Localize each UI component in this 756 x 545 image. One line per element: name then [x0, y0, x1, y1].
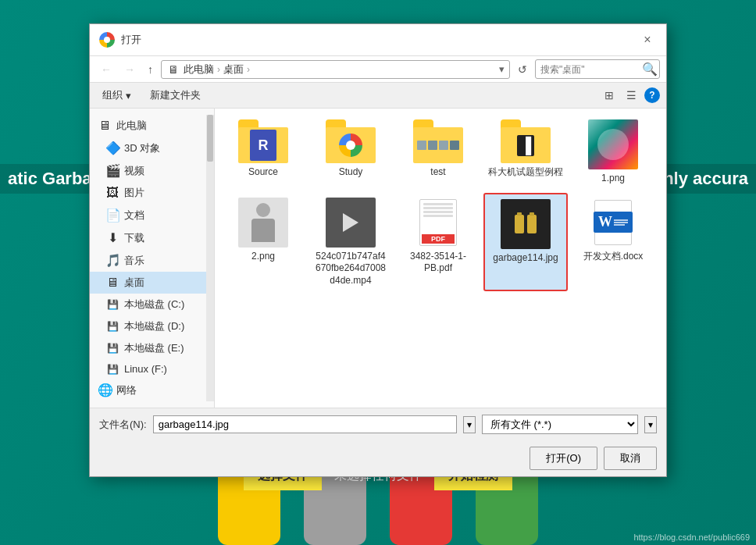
sidebar-label-music: 音乐 — [124, 254, 144, 268]
sidebar-item-3d[interactable]: 🔷 3D 对象 — [90, 137, 206, 159]
documents-icon: 📄 — [105, 208, 119, 223]
details-view-button[interactable]: ☰ — [622, 87, 641, 104]
sidebar-label-downloads: 下载 — [124, 231, 144, 245]
file-item-mp4[interactable]: 524c071b747af4670fbe264d7008d4de.mp4 — [308, 193, 393, 292]
file-item-source[interactable]: R Source — [221, 115, 305, 190]
sidebar-item-linux[interactable]: 💾 Linux (F:) — [90, 359, 206, 379]
dialog-title-left: 打开 — [99, 32, 141, 48]
video-icon: 🎬 — [105, 163, 119, 178]
filename-input[interactable] — [153, 415, 457, 433]
music-icon: 🎵 — [105, 253, 119, 268]
d-drive-icon: 💾 — [105, 321, 119, 332]
dialog-nav-toolbar: ← → ↑ 🖥 此电脑 › 桌面 › ▾ ↺ 🔍 — [90, 56, 666, 83]
breadcrumb-dropdown[interactable]: ▾ — [499, 63, 505, 75]
desktop-icon: 🖥 — [105, 276, 119, 290]
sidebar-item-desktop[interactable]: 🖥 桌面 — [90, 272, 206, 294]
e-drive-icon: 💾 — [105, 343, 119, 354]
file-name-2png: 2.png — [251, 251, 275, 263]
sidebar-label-3d: 3D 对象 — [124, 141, 160, 155]
file-item-study[interactable]: Study — [308, 115, 393, 190]
sidebar-item-downloads[interactable]: ⬇ 下载 — [90, 226, 206, 249]
file-name-pdf: 3482-3514-1-PB.pdf — [401, 251, 476, 275]
sidebar-label-computer: 此电脑 — [116, 119, 147, 133]
dialog-sidebar: 🖥 此电脑 🔷 3D 对象 🎬 视频 🖼 — [90, 109, 215, 408]
downloads-icon: ⬇ — [105, 230, 119, 245]
dialog-titlebar: 打开 × — [90, 24, 666, 56]
file-grid: R Source — [215, 109, 666, 408]
view-buttons: ⊞ ☰ ? — [600, 87, 660, 104]
list-view-button[interactable]: ⊞ — [600, 87, 619, 104]
sidebar-item-network[interactable]: 🌐 网络 — [90, 379, 206, 401]
mp4-thumb — [326, 198, 376, 248]
sidebar-scrollbar[interactable] — [206, 115, 214, 401]
file-name-keda: 科大机试题型例程 — [488, 166, 563, 179]
computer-icon: 🖥 — [166, 63, 180, 76]
search-icon: 🔍 — [642, 62, 658, 77]
filetype-select[interactable]: 所有文件 (*.*) — [482, 415, 638, 434]
sidebar-item-music[interactable]: 🎵 音乐 — [90, 249, 206, 272]
refresh-button[interactable]: ↺ — [513, 60, 532, 79]
organize-label: 组织 — [102, 88, 123, 102]
file-name-mp4: 524c071b747af4670fbe264d7008d4de.mp4 — [313, 251, 388, 287]
test-folder-icon — [413, 119, 463, 163]
study-folder-icon — [326, 119, 376, 163]
file-dialog: 打开 × ← → ↑ 🖥 此电脑 › 桌面 › ▾ ↺ 🔍 — [89, 23, 667, 477]
new-folder-button[interactable]: 新建文件夹 — [144, 86, 207, 105]
computer-icon: 🖥 — [98, 119, 112, 133]
1png-thumb — [588, 119, 638, 169]
sidebar-item-d-drive[interactable]: 💾 本地磁盘 (D:) — [90, 315, 206, 337]
organize-arrow: ▾ — [126, 90, 131, 102]
filename-dropdown[interactable]: ▾ — [463, 416, 476, 433]
filetype-dropdown[interactable]: ▾ — [644, 416, 657, 433]
organize-button[interactable]: 组织 ▾ — [96, 86, 137, 105]
file-name-study: Study — [339, 166, 363, 179]
nav-forward-button[interactable]: → — [119, 60, 140, 79]
breadcrumb-desktop[interactable]: 桌面 — [223, 62, 244, 77]
keda-folder-icon: ▐ — [501, 119, 551, 163]
search-input[interactable] — [540, 64, 642, 75]
dialog-content: 🖥 此电脑 🔷 3D 对象 🎬 视频 🖼 — [90, 109, 666, 408]
file-item-docx[interactable]: W 开发文档.docx — [571, 193, 655, 292]
sidebar-scroll-area: 🖥 此电脑 🔷 3D 对象 🎬 视频 🖼 — [90, 115, 214, 401]
sidebar-item-pictures[interactable]: 🖼 图片 — [90, 182, 206, 204]
dialog-overlay: 打开 × ← → ↑ 🖥 此电脑 › 桌面 › ▾ ↺ 🔍 — [0, 0, 756, 545]
sidebar-item-e-drive[interactable]: 💾 本地磁盘 (E:) — [90, 337, 206, 359]
linux-icon: 💾 — [105, 364, 119, 375]
file-name-1png: 1.png — [601, 173, 625, 185]
search-box: 🔍 — [535, 59, 660, 79]
breadcrumb-sep1: › — [217, 64, 220, 75]
file-item-pdf[interactable]: PDF 3482-3514-1-PB.pdf — [396, 193, 480, 292]
file-item-test[interactable]: test — [396, 115, 480, 190]
scroll-thumb — [207, 115, 213, 162]
sidebar-item-documents[interactable]: 📄 文档 — [90, 204, 206, 226]
word-icon: W — [588, 198, 638, 248]
breadcrumb-bar: 🖥 此电脑 › 桌面 › ▾ — [161, 60, 510, 79]
help-button[interactable]: ? — [644, 87, 660, 103]
file-name-test: test — [430, 166, 445, 179]
sidebar-label-c: 本地磁盘 (C:) — [124, 297, 184, 312]
sidebar-label-desktop: 桌面 — [124, 276, 144, 290]
sidebar-label-linux: Linux (F:) — [124, 363, 167, 375]
breadcrumb-sep2: › — [247, 64, 250, 75]
cancel-button[interactable]: 取消 — [604, 447, 657, 470]
sidebar-nav: 🖥 此电脑 🔷 3D 对象 🎬 视频 🖼 — [90, 115, 206, 401]
open-button[interactable]: 打开(O) — [530, 447, 597, 470]
sidebar-item-computer[interactable]: 🖥 此电脑 — [90, 115, 206, 137]
pictures-icon: 🖼 — [105, 186, 119, 200]
filename-label: 文件名(N): — [99, 418, 147, 432]
chrome-icon — [99, 32, 115, 48]
dialog-close-button[interactable]: × — [638, 30, 657, 49]
sidebar-label-e: 本地磁盘 (E:) — [124, 341, 184, 355]
sidebar-item-c-drive[interactable]: 💾 本地磁盘 (C:) — [90, 294, 206, 315]
file-item-2png[interactable]: 2.png — [221, 193, 305, 292]
dialog-title: 打开 — [121, 33, 141, 47]
file-item-garbage[interactable]: garbage114.jpg — [483, 193, 568, 292]
sidebar-item-video[interactable]: 🎬 视频 — [90, 159, 206, 182]
breadcrumb-pc[interactable]: 此电脑 — [184, 62, 214, 77]
dialog-buttons-row: 打开(O) 取消 — [90, 440, 666, 476]
garbage-thumb — [501, 199, 551, 249]
file-item-keda[interactable]: ▐ 科大机试题型例程 — [483, 115, 568, 190]
nav-back-button[interactable]: ← — [96, 60, 116, 79]
file-item-1png[interactable]: 1.png — [571, 115, 655, 190]
nav-up-button[interactable]: ↑ — [143, 60, 158, 79]
